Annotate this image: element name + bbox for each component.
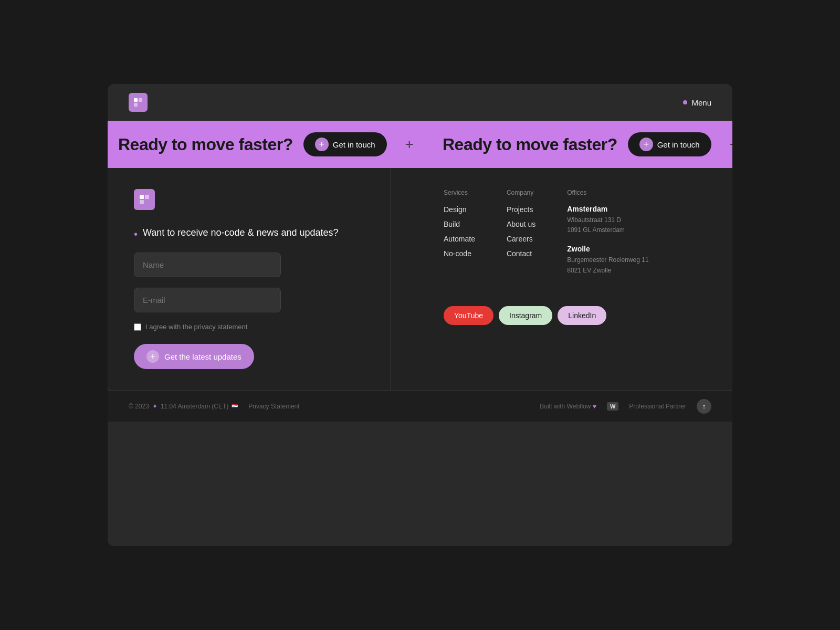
- bottom-bar: © 2023 ✦ 11:04 Amsterdam (CET) 🇳🇱 Privac…: [108, 390, 732, 422]
- built-with-label: Built with Webflow: [540, 403, 591, 410]
- amsterdam-address: Wibautstraat 131 D 1091 GL Amsterdam: [567, 215, 648, 235]
- separator-2: +: [722, 136, 732, 153]
- service-automate-link[interactable]: Automate: [444, 235, 475, 243]
- amsterdam-office: Amsterdam Wibautstraat 131 D 1091 GL Ams…: [567, 205, 648, 235]
- scroll-top-button[interactable]: ↑: [697, 399, 711, 414]
- ticker-item-2: Ready to move faster? + Get in touch +: [432, 132, 732, 156]
- privacy-label: I agree with the privacy statement: [145, 323, 247, 331]
- list-item: Projects: [507, 205, 536, 214]
- company-projects-link[interactable]: Projects: [507, 205, 533, 214]
- zwolle-address: Burgemeester Roelenweg 11 8021 EV Zwolle: [567, 255, 648, 275]
- svg-rect-2: [134, 103, 138, 107]
- time-text: 11:04 Amsterdam (CET): [161, 403, 228, 410]
- amsterdam-line1: Wibautstraat 131 D: [567, 216, 621, 224]
- list-item: Contact: [507, 249, 536, 258]
- menu-dot: [683, 100, 687, 104]
- svg-rect-1: [139, 98, 142, 102]
- ticker-track: Ready to move faster? + Get in touch + R…: [108, 132, 732, 156]
- get-in-touch-label-2: Get in touch: [657, 140, 700, 149]
- built-with-text: Built with Webflow ♥: [540, 403, 596, 410]
- company-careers-link[interactable]: Careers: [507, 235, 533, 243]
- zwolle-line1: Burgemeester Roelenweg 11: [567, 256, 648, 264]
- separator-1: +: [397, 136, 422, 153]
- svg-rect-3: [140, 195, 144, 199]
- newsletter-text: Want to receive no-code & news and updat…: [143, 226, 339, 240]
- list-item: Automate: [444, 234, 475, 244]
- footer-right: Services Design Build Automate No-code C…: [391, 168, 732, 390]
- get-in-touch-button-2[interactable]: + Get in touch: [628, 132, 711, 156]
- list-item: Build: [444, 219, 475, 229]
- w-badge: W: [607, 402, 618, 411]
- submit-label: Get the latest updates: [164, 352, 242, 361]
- nav-bar: Menu: [108, 84, 732, 121]
- email-input[interactable]: [134, 288, 281, 312]
- svg-rect-4: [145, 195, 149, 199]
- company-column: Company Projects About us Careers Contac…: [507, 189, 536, 285]
- get-in-touch-label-1: Get in touch: [333, 140, 375, 149]
- newsletter-title: • Want to receive no-code & news and upd…: [134, 226, 365, 242]
- get-in-touch-button-1[interactable]: + Get in touch: [303, 132, 387, 156]
- footer-left: • Want to receive no-code & news and upd…: [108, 168, 391, 390]
- list-item: Design: [444, 205, 475, 214]
- offices-heading: Offices: [567, 189, 648, 196]
- plus-icon-1: +: [315, 138, 329, 151]
- service-design-link[interactable]: Design: [444, 205, 467, 214]
- copyright: © 2023: [129, 403, 149, 410]
- heart-icon: ♥: [593, 403, 596, 410]
- privacy-checkbox-row: I agree with the privacy statement: [134, 323, 365, 331]
- list-item: No-code: [444, 249, 475, 258]
- svg-rect-5: [140, 200, 144, 204]
- services-list: Design Build Automate No-code: [444, 205, 475, 258]
- youtube-button[interactable]: YouTube: [444, 306, 494, 325]
- zwolle-office: Zwolle Burgemeester Roelenweg 11 8021 EV…: [567, 245, 648, 275]
- zwolle-line2: 8021 EV Zwolle: [567, 267, 611, 274]
- instagram-button[interactable]: Instagram: [499, 306, 552, 325]
- social-row: YouTube Instagram LinkedIn: [417, 285, 706, 325]
- logo-icon[interactable]: [129, 93, 148, 112]
- company-list: Projects About us Careers Contact: [507, 205, 536, 258]
- ticker-item: Ready to move faster? + Get in touch +: [108, 132, 432, 156]
- privacy-checkbox[interactable]: [134, 323, 141, 331]
- service-nocode-link[interactable]: No-code: [444, 249, 471, 258]
- ticker-text: Ready to move faster?: [118, 135, 293, 154]
- ticker-section: Ready to move faster? + Get in touch + R…: [108, 121, 732, 168]
- bottom-dot: ✦: [152, 403, 158, 410]
- copyright-text: © 2023 ✦ 11:04 Amsterdam (CET) 🇳🇱: [129, 403, 238, 410]
- service-build-link[interactable]: Build: [444, 220, 460, 228]
- bullet-icon: •: [134, 226, 138, 242]
- amsterdam-name: Amsterdam: [567, 205, 648, 213]
- privacy-link[interactable]: Privacy Statement: [248, 403, 299, 410]
- footer-logo: [134, 189, 155, 210]
- footer-body: • Want to receive no-code & news and upd…: [108, 168, 732, 390]
- bottom-left: © 2023 ✦ 11:04 Amsterdam (CET) 🇳🇱 Privac…: [129, 403, 300, 410]
- partner-text: Professional Partner: [629, 403, 686, 410]
- plus-icon-2: +: [639, 138, 653, 151]
- linkedin-button[interactable]: LinkedIn: [558, 306, 606, 325]
- company-heading: Company: [507, 189, 536, 196]
- company-contact-link[interactable]: Contact: [507, 249, 532, 258]
- company-about-link[interactable]: About us: [507, 220, 536, 228]
- list-item: Careers: [507, 234, 536, 244]
- bottom-right: Built with Webflow ♥ W Professional Part…: [540, 399, 711, 414]
- name-input[interactable]: [134, 253, 281, 277]
- footer-right-inner: Services Design Build Automate No-code C…: [417, 189, 706, 325]
- list-item: About us: [507, 219, 536, 229]
- offices-column: Offices Amsterdam Wibautstraat 131 D 109…: [567, 189, 648, 285]
- services-column: Services Design Build Automate No-code: [444, 189, 475, 285]
- menu-label: Menu: [691, 98, 711, 107]
- footer-columns: Services Design Build Automate No-code C…: [417, 189, 706, 285]
- flag-icon: 🇳🇱: [232, 403, 238, 409]
- submit-plus-icon: +: [146, 350, 159, 363]
- menu-button[interactable]: Menu: [683, 98, 711, 107]
- ticker-text-2: Ready to move faster?: [443, 135, 617, 154]
- amsterdam-line2: 1091 GL Amsterdam: [567, 226, 625, 234]
- zwolle-name: Zwolle: [567, 245, 648, 253]
- services-heading: Services: [444, 189, 475, 196]
- svg-rect-0: [134, 98, 138, 102]
- submit-button[interactable]: + Get the latest updates: [134, 344, 254, 369]
